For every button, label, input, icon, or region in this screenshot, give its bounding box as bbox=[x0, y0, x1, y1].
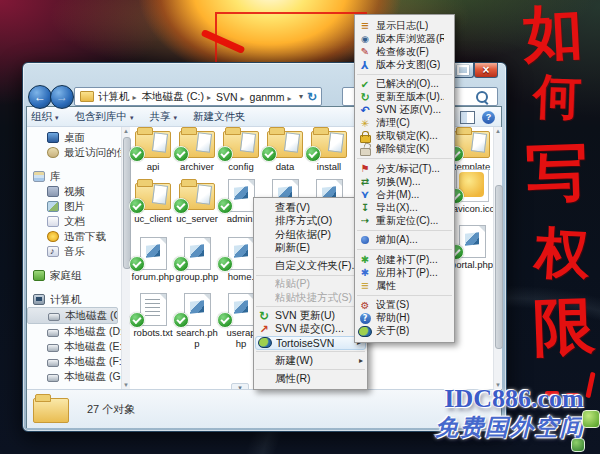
breadcrumb-segment[interactable]: 1 bbox=[296, 91, 297, 103]
sidebar-item[interactable]: 最近访问的位置 bbox=[27, 145, 128, 160]
menu-item[interactable]: 版本分支图(G) bbox=[355, 58, 454, 71]
svn-ok-badge bbox=[261, 146, 277, 162]
chevron-down-icon[interactable]: ▾ bbox=[299, 92, 303, 101]
menu-item[interactable]: 检查修改(F) bbox=[355, 45, 454, 58]
toolbar-button[interactable]: 包含到库中 bbox=[75, 110, 134, 124]
menu-item[interactable]: 显示日志(L) bbox=[355, 19, 454, 32]
handwritten-annotation-char: 写 bbox=[525, 141, 589, 205]
file-item[interactable]: template bbox=[450, 127, 493, 173]
toolbar-button[interactable]: 共享 bbox=[150, 110, 178, 124]
file-item[interactable]: forum.php bbox=[131, 237, 175, 283]
file-item[interactable]: archiver bbox=[175, 127, 219, 173]
menu-item[interactable]: SVN 更新(U) bbox=[254, 309, 367, 323]
toolbar-button[interactable]: 新建文件夹 bbox=[193, 110, 246, 124]
sidebar-item[interactable]: 文档 bbox=[27, 214, 128, 229]
page-fold bbox=[160, 294, 166, 300]
menu-item[interactable]: SVN 提交(C)... bbox=[254, 323, 367, 337]
menu-item[interactable]: 切换(W)... bbox=[355, 175, 454, 188]
menu-item[interactable]: 创建补丁(P)... bbox=[355, 253, 454, 266]
menu-item[interactable]: TortoiseSVN bbox=[255, 336, 366, 350]
sidebar-item[interactable]: 迅雷下载 bbox=[27, 229, 128, 244]
relocate-icon bbox=[358, 214, 372, 227]
menu-item-label: 分组依据(P) bbox=[275, 228, 331, 242]
menu-item[interactable]: 导出(X)... bbox=[355, 201, 454, 214]
menu-item-label: 更新至版本(U)... bbox=[376, 90, 444, 104]
menu-icon-spacer bbox=[257, 372, 271, 385]
file-label: search.ph p bbox=[175, 328, 219, 349]
menu-item[interactable]: 设置(S) bbox=[355, 299, 454, 312]
sidebar-item-label: 桌面 bbox=[64, 131, 85, 145]
menu-item[interactable]: 新建(W) bbox=[254, 354, 367, 368]
sidebar-item[interactable]: 本地磁盘 (C:) bbox=[27, 307, 118, 324]
forward-button[interactable]: → bbox=[50, 85, 74, 109]
sidebar-item[interactable]: 图片 bbox=[27, 199, 128, 214]
menu-item[interactable]: 更新至版本(U)... bbox=[355, 91, 454, 104]
sidebar-item-label: 音乐 bbox=[64, 245, 85, 259]
menu-item[interactable]: 获取锁定(K)... bbox=[355, 130, 454, 143]
file-item[interactable]: group.php bbox=[175, 237, 219, 283]
menu-item[interactable]: 帮助(H) bbox=[355, 312, 454, 325]
file-item[interactable]: install bbox=[307, 127, 351, 173]
menu-item-label: 显示日志(L) bbox=[376, 19, 428, 33]
sidebar-item[interactable]: 计算机 bbox=[27, 292, 128, 307]
file-item[interactable]: portal.php bbox=[450, 225, 493, 271]
file-item[interactable]: uc_client bbox=[131, 179, 175, 225]
breadcrumb-segment[interactable]: SVN bbox=[215, 91, 249, 103]
back-button[interactable]: ← bbox=[28, 85, 52, 109]
scrollbar-thumb[interactable] bbox=[495, 185, 503, 349]
sidebar-item[interactable]: 桌面 bbox=[27, 130, 128, 145]
file-item[interactable]: config bbox=[219, 127, 263, 173]
close-button[interactable] bbox=[474, 63, 498, 78]
sidebar-item[interactable]: 家庭组 bbox=[27, 268, 128, 283]
menu-item[interactable]: 已解决的(O)... bbox=[355, 78, 454, 91]
menu-item[interactable]: 合并(M)... bbox=[355, 188, 454, 201]
menu-item[interactable]: 自定义文件夹(F)... bbox=[254, 260, 367, 274]
recent-icon bbox=[47, 147, 59, 158]
breadcrumb-segment[interactable]: 计算机 bbox=[97, 90, 141, 104]
file-item[interactable]: api bbox=[131, 127, 175, 173]
menu-item[interactable]: 应用补丁(P)... bbox=[355, 266, 454, 279]
preview-pane-icon[interactable] bbox=[460, 111, 475, 124]
file-item[interactable]: uc_server bbox=[175, 179, 219, 225]
breadcrumb-segment[interactable]: ganmm bbox=[249, 91, 296, 103]
help-icon[interactable]: ? bbox=[482, 111, 495, 124]
menu-item[interactable]: 版本库浏览器(R) bbox=[355, 32, 454, 45]
sidebar-item[interactable]: 库 bbox=[27, 169, 128, 184]
sidebar-item[interactable]: 音乐 bbox=[27, 244, 128, 259]
menu-item[interactable]: 重新定位(C)... bbox=[355, 214, 454, 227]
menu-item[interactable]: 刷新(E) bbox=[254, 242, 367, 256]
menu-item[interactable]: 属性 bbox=[355, 279, 454, 292]
menu-item[interactable]: 查看(V) bbox=[254, 201, 367, 215]
sidebar-item[interactable]: 视频 bbox=[27, 184, 128, 199]
file-item[interactable]: favicon.ico bbox=[450, 169, 493, 215]
file-item[interactable]: data bbox=[263, 127, 307, 173]
menu-item[interactable]: 分组依据(P) bbox=[254, 228, 367, 242]
menu-item[interactable]: SVN 还原(V)... bbox=[355, 104, 454, 117]
menu-item[interactable]: 属性(R) bbox=[254, 372, 367, 386]
refresh-icon[interactable]: ↻ bbox=[307, 90, 317, 104]
menu-item[interactable]: 解除锁定(K) bbox=[355, 143, 454, 156]
menu-item[interactable]: 关于(B) bbox=[355, 325, 454, 338]
address-bar[interactable]: 计算机本地磁盘 (C:)SVNganmm1 ▾ ↻ bbox=[74, 87, 322, 106]
scroll-up-icon[interactable]: ▲ bbox=[494, 128, 502, 134]
breadcrumb-segment[interactable]: 本地磁盘 (C:) bbox=[141, 90, 215, 104]
file-item[interactable]: robots.txt bbox=[131, 293, 175, 339]
toolbar-button[interactable]: 组织 bbox=[31, 110, 59, 124]
menu-item-label: 检查修改(F) bbox=[376, 45, 429, 59]
menu-item[interactable]: 排序方式(O) bbox=[254, 215, 367, 229]
menu-separator bbox=[256, 306, 365, 307]
menu-icon-spacer bbox=[257, 291, 271, 304]
filelist-scrollbar[interactable]: ▲ ▼ bbox=[493, 127, 502, 389]
menu-item[interactable]: 增加(A)... bbox=[355, 234, 454, 247]
switch-icon bbox=[358, 175, 372, 188]
menu-item[interactable]: 分支/标记(T)... bbox=[355, 162, 454, 175]
sidebar-item[interactable]: 本地磁盘 (F:) bbox=[27, 354, 128, 369]
file-item[interactable]: search.ph p bbox=[175, 293, 219, 349]
sidebar-item[interactable]: 本地磁盘 (G:) bbox=[27, 369, 128, 384]
maximize-button[interactable] bbox=[452, 63, 474, 78]
sidebar-item-label: 图片 bbox=[64, 200, 85, 214]
show-log-icon bbox=[358, 19, 372, 32]
sidebar-item[interactable]: 本地磁盘 (D:) bbox=[27, 324, 128, 339]
sidebar-item[interactable]: 本地磁盘 (E:) bbox=[27, 339, 128, 354]
menu-item[interactable]: 清理(C) bbox=[355, 117, 454, 130]
